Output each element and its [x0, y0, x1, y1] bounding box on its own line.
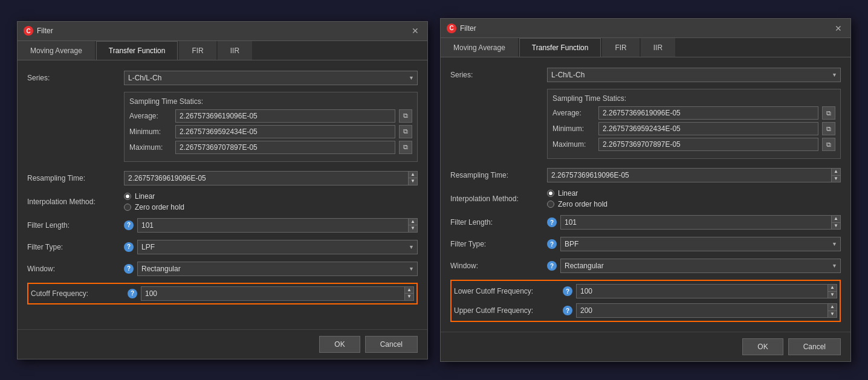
series-select-wrapper-1: L-Ch/L-Ch: [124, 71, 418, 85]
window-select-wrapper-1: Rectangular: [137, 262, 418, 276]
tab-transfer-function-2[interactable]: Transfer Function: [519, 38, 601, 57]
resampling-up-1[interactable]: ▲: [409, 172, 417, 179]
average-input-2[interactable]: [598, 106, 818, 120]
filter-type-help-1[interactable]: ?: [124, 242, 134, 252]
resampling-down-2[interactable]: ▼: [832, 176, 840, 182]
window-select-1[interactable]: Rectangular: [137, 262, 418, 276]
cutoff-input-1[interactable]: [141, 286, 404, 301]
series-select-1[interactable]: L-Ch/L-Ch: [124, 71, 418, 85]
filter-length-up-1[interactable]: ▲: [409, 219, 417, 226]
resampling-up-2[interactable]: ▲: [832, 169, 840, 176]
window-control-2: ? Rectangular: [547, 259, 841, 273]
radio-zoh-1[interactable]: Zero order hold: [124, 203, 184, 211]
average-copy-2[interactable]: ⧉: [822, 106, 835, 120]
filter-length-down-1[interactable]: ▼: [409, 225, 417, 232]
content-1: Series: L-Ch/L-Ch Sampling Time Statics:…: [18, 60, 427, 329]
filter-type-select-1[interactable]: LPF: [137, 240, 418, 254]
filter-dialog-2: C Filter ✕ Moving Average Transfer Funct…: [440, 18, 851, 362]
window-select-wrapper-2: Rectangular: [560, 259, 841, 273]
footer-1: OK Cancel: [18, 329, 427, 359]
series-label-1: Series:: [27, 74, 124, 82]
upper-cutoff-down-2[interactable]: ▼: [828, 311, 837, 318]
cancel-button-1[interactable]: Cancel: [365, 336, 418, 353]
tab-moving-average-2[interactable]: Moving Average: [441, 38, 518, 57]
minimum-copy-2[interactable]: ⧉: [822, 122, 835, 135]
filter-length-input-2[interactable]: [560, 215, 831, 230]
cutoff-up-1[interactable]: ▲: [405, 287, 413, 294]
filter-type-label-1: Filter Type:: [27, 243, 124, 251]
app-icon-1: C: [24, 26, 33, 36]
title-bar-2: C Filter ✕: [441, 19, 850, 38]
window-row-1: Window: ? Rectangular: [27, 261, 418, 277]
upper-cutoff-up-2[interactable]: ▲: [828, 304, 837, 311]
maximum-copy-1[interactable]: ⧉: [399, 141, 412, 154]
cutoff-row-1: Cutoff Frequency: ? ▲ ▼: [27, 283, 418, 304]
tab-fir-2[interactable]: FIR: [602, 38, 639, 57]
window-label-1: Window:: [27, 265, 124, 273]
tab-fir-1[interactable]: FIR: [179, 41, 216, 60]
radio-zoh-2[interactable]: Zero order hold: [547, 200, 607, 208]
maximum-label-1: Maximum:: [129, 143, 172, 152]
content-2: Series: L-Ch/L-Ch Sampling Time Statics:…: [441, 57, 850, 332]
ok-button-2[interactable]: OK: [742, 338, 783, 355]
filter-type-help-2[interactable]: ?: [547, 239, 557, 249]
tab-moving-average-1[interactable]: Moving Average: [18, 41, 95, 60]
series-control-2: L-Ch/L-Ch: [547, 68, 841, 82]
title-bar-left-2: C Filter: [447, 24, 476, 33]
cutoff-down-1[interactable]: ▼: [405, 294, 413, 300]
maximum-input-2[interactable]: [598, 138, 818, 151]
filter-length-help-2[interactable]: ?: [547, 217, 557, 227]
cutoff-control-1: ? ▲ ▼: [128, 286, 414, 301]
lower-cutoff-help-2[interactable]: ?: [563, 286, 572, 296]
resampling-input-2[interactable]: [547, 168, 831, 182]
radio-linear-1[interactable]: Linear: [124, 192, 184, 201]
filter-length-up-2[interactable]: ▲: [832, 216, 840, 223]
upper-cutoff-help-2[interactable]: ?: [563, 306, 572, 315]
lower-cutoff-input-2[interactable]: [576, 284, 828, 298]
lower-cutoff-label-2: Lower Cutoff Frequency:: [454, 287, 563, 295]
window-help-1[interactable]: ?: [124, 264, 134, 274]
minimum-label-2: Minimum:: [552, 124, 595, 133]
cancel-button-2[interactable]: Cancel: [788, 338, 841, 355]
window-row-2: Window: ? Rectangular: [450, 258, 841, 274]
minimum-copy-1[interactable]: ⧉: [399, 125, 412, 138]
interpolation-control-2: Linear Zero order hold: [547, 189, 841, 208]
minimum-input-2[interactable]: [598, 122, 818, 135]
filter-length-down-2[interactable]: ▼: [832, 223, 840, 230]
dialog-title-2: Filter: [460, 24, 476, 33]
close-button-1[interactable]: ✕: [409, 25, 421, 37]
lower-cutoff-down-2[interactable]: ▼: [828, 292, 837, 298]
average-row-1: Average: ⧉: [129, 109, 412, 123]
tab-iir-2[interactable]: IIR: [641, 38, 675, 57]
filter-type-select-2[interactable]: BPF: [560, 237, 841, 251]
tab-iir-1[interactable]: IIR: [218, 41, 252, 60]
cutoff-help-1[interactable]: ?: [128, 289, 137, 298]
minimum-input-1[interactable]: [175, 125, 395, 138]
upper-cutoff-input-2[interactable]: [576, 303, 828, 318]
average-input-1[interactable]: [175, 109, 395, 123]
window-select-2[interactable]: Rectangular: [560, 259, 841, 273]
close-button-2[interactable]: ✕: [832, 22, 844, 34]
interpolation-radio-group-1: Linear Zero order hold: [124, 192, 184, 211]
resampling-down-1[interactable]: ▼: [409, 178, 417, 185]
tab-transfer-function-1[interactable]: Transfer Function: [96, 41, 178, 60]
filter-length-input-1[interactable]: [137, 218, 408, 233]
ok-button-1[interactable]: OK: [319, 336, 360, 353]
upper-cutoff-spinner-2: ▲ ▼: [576, 303, 837, 318]
resampling-input-1[interactable]: [124, 171, 408, 185]
maximum-input-1[interactable]: [175, 141, 395, 154]
window-help-2[interactable]: ?: [547, 261, 557, 271]
radio-linear-2[interactable]: Linear: [547, 189, 607, 198]
resampling-spinner-2: ▲ ▼: [547, 168, 841, 182]
radio-zoh-label-2: Zero order hold: [558, 200, 607, 208]
sampling-section-2: Sampling Time Statics: Average: ⧉ Minimu…: [547, 89, 841, 159]
maximum-copy-2[interactable]: ⧉: [822, 138, 835, 151]
filter-type-row-1: Filter Type: ? LPF: [27, 239, 418, 255]
series-select-2[interactable]: L-Ch/L-Ch: [547, 68, 841, 82]
resampling-spinner-1: ▲ ▼: [124, 171, 418, 185]
average-copy-1[interactable]: ⧉: [399, 109, 412, 123]
lower-cutoff-control-2: ? ▲ ▼: [563, 284, 837, 298]
lower-cutoff-up-2[interactable]: ▲: [828, 285, 837, 292]
filter-length-label-1: Filter Length:: [27, 221, 124, 230]
filter-length-help-1[interactable]: ?: [124, 221, 134, 230]
